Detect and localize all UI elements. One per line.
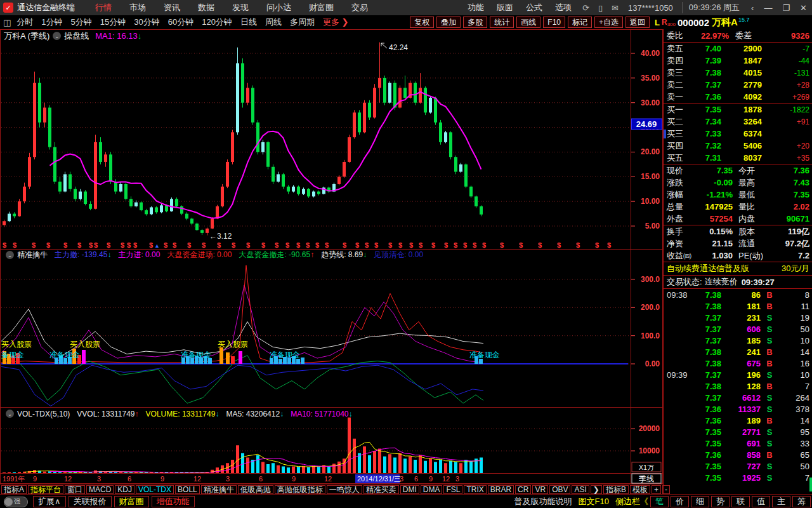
strength-toggle[interactable]: 强 xyxy=(4,497,28,507)
tab-ASI[interactable]: ASI xyxy=(572,485,589,494)
bid-row[interactable]: 买四7.325406+20 xyxy=(664,140,812,152)
ask-row[interactable]: 卖一7.364092+269 xyxy=(664,91,812,103)
menu-item-市场[interactable]: 市场 xyxy=(121,3,155,12)
menu-item-公式[interactable]: 公式 xyxy=(520,3,549,12)
bottom-button-关联报价[interactable]: 关联报价 xyxy=(69,496,112,507)
ask-row[interactable]: 卖二7.372779+28 xyxy=(664,79,812,91)
scrollbar-thumb[interactable] xyxy=(809,478,812,491)
menu-item-发现[interactable]: 发现 xyxy=(223,3,258,12)
dropdown-icon[interactable]: ⌄ xyxy=(6,251,14,259)
tab-指标B[interactable]: 指标B xyxy=(603,485,629,494)
tab-TRIX[interactable]: TRIX xyxy=(464,485,486,494)
mini-tab-笔[interactable]: 笔 xyxy=(650,496,669,507)
tab-指标平台[interactable]: 指标平台 xyxy=(28,485,63,494)
toolbar-button-返回[interactable]: 返回 xyxy=(625,17,650,28)
menu-item-版面[interactable]: 版面 xyxy=(490,3,520,12)
menu-item-问小达[interactable]: 问小达 xyxy=(258,3,300,12)
bottom-button-财富圈[interactable]: 财富圈 xyxy=(114,496,149,507)
bid-row[interactable]: 买二7.343264+91 xyxy=(664,116,812,128)
ask-row[interactable]: 卖五7.402900-7 xyxy=(664,43,812,55)
tab-KDJ[interactable]: KDJ xyxy=(115,485,134,494)
tab-FSL[interactable]: FSL xyxy=(443,485,462,494)
period-多周期[interactable]: 多周期 xyxy=(290,17,315,28)
tab-DMA[interactable]: DMA xyxy=(421,485,443,494)
period-30分钟[interactable]: 30分钟 xyxy=(134,17,159,28)
tab-VR[interactable]: VR xyxy=(532,485,548,494)
bottom-link-图文F10[interactable]: 图文F10 xyxy=(579,496,609,507)
mini-tab-联[interactable]: 联 xyxy=(731,496,750,507)
mini-tab-细[interactable]: 细 xyxy=(691,496,709,507)
tab-指标A[interactable]: 指标A xyxy=(1,485,27,494)
menu-item-资讯[interactable]: 资讯 xyxy=(155,3,189,12)
refresh-icon[interactable]: ⟳ xyxy=(582,3,589,13)
toolbar-button-F10[interactable]: F10 xyxy=(543,17,565,28)
toolbar-button-画线[interactable]: 画线 xyxy=(516,17,540,28)
mini-tab-值[interactable]: 值 xyxy=(752,496,770,507)
panel-layout-icon[interactable]: ◫ xyxy=(3,18,11,27)
tab-BOLL[interactable]: BOLL xyxy=(175,485,200,494)
pane2-fields: 主力撤: -139.45↓主力进: 0.00大盘资金进场: 0.00大盘资金撤走… xyxy=(48,250,423,260)
tab--[interactable]: - xyxy=(662,485,670,494)
collapse-icon[interactable]: ‹ xyxy=(751,3,754,13)
period-分时[interactable]: 分时 xyxy=(16,17,33,28)
dropdown-icon[interactable]: ⌄ xyxy=(6,410,14,418)
dropdown-icon[interactable]: ⌄ xyxy=(53,32,61,40)
tab-低吸高抛[interactable]: 低吸高抛 xyxy=(238,485,273,494)
period-120分钟[interactable]: 120分钟 xyxy=(202,17,232,28)
mini-tab-主[interactable]: 主 xyxy=(772,496,790,507)
bottom-link-侧边栏《[interactable]: 侧边栏《 xyxy=(615,496,648,507)
mini-tab-价[interactable]: 价 xyxy=(671,496,689,507)
tab-❯[interactable]: ❯ xyxy=(591,485,602,494)
toolbar-button-多股[interactable]: 多股 xyxy=(463,17,487,28)
toolbar-button-+自选[interactable]: +自选 xyxy=(594,17,623,28)
period-日线[interactable]: 日线 xyxy=(240,17,257,28)
menu-item-财富圈[interactable]: 财富圈 xyxy=(300,3,343,12)
bid-row[interactable]: 买五7.318037+35 xyxy=(664,152,812,164)
bottom-button-扩展∧[interactable]: 扩展∧ xyxy=(33,496,66,507)
ask-row[interactable]: 卖三7.384015-131 xyxy=(664,67,812,79)
mini-tab-势[interactable]: 势 xyxy=(711,496,730,507)
toolbar-button-复权[interactable]: 复权 xyxy=(410,17,434,28)
tab-OBV[interactable]: OBV xyxy=(549,485,570,494)
bid-row[interactable]: 买一7.351878-1822 xyxy=(664,104,812,116)
tab-高抛低吸指标[interactable]: 高抛低吸指标 xyxy=(275,485,325,494)
subscription-banner[interactable]: 自动续费通达信普及版 30元/月 xyxy=(664,262,812,276)
bottom-link-普及版功能说明[interactable]: 普及版功能说明 xyxy=(514,496,572,507)
restore-icon[interactable]: ❐ xyxy=(782,3,790,13)
tab-一鸣惊人[interactable]: 一鸣惊人 xyxy=(327,485,362,494)
period-15分钟[interactable]: 15分钟 xyxy=(100,17,126,28)
bid-row[interactable]: 买三7.336374 xyxy=(664,128,812,140)
tick-list[interactable]: 09:387.3886B87.38181B117.37231S197.37606… xyxy=(664,289,812,483)
tab-精准擒牛[interactable]: 精准擒牛 xyxy=(201,485,237,494)
more-periods-button[interactable]: 更多 ❯ xyxy=(323,17,349,28)
tab-MACD[interactable]: MACD xyxy=(86,485,114,494)
tab-DMI[interactable]: DMI xyxy=(400,485,419,494)
tab-模板[interactable]: 模板 xyxy=(630,485,650,494)
menu-item-选项[interactable]: 选项 xyxy=(549,3,578,12)
mobile-icon[interactable]: ▯ xyxy=(598,3,603,13)
menu-item-数据[interactable]: 数据 xyxy=(189,3,223,12)
period-周线[interactable]: 周线 xyxy=(265,17,282,28)
mini-tab-筹[interactable]: 筹 xyxy=(792,496,811,507)
menu-item-行情[interactable]: 行情 xyxy=(86,3,121,12)
period-1分钟[interactable]: 1分钟 xyxy=(41,17,62,28)
minimize-icon[interactable]: — xyxy=(764,3,772,13)
tab-+[interactable]: + xyxy=(652,485,661,494)
toolbar-button-叠加[interactable]: 叠加 xyxy=(436,17,461,28)
toolbar-button-标记[interactable]: 标记 xyxy=(568,17,592,28)
period-60分钟[interactable]: 60分钟 xyxy=(168,17,193,28)
period-5分钟[interactable]: 5分钟 xyxy=(71,17,92,28)
menu-item-交易[interactable]: 交易 xyxy=(343,3,377,12)
mail-icon[interactable]: ✉ xyxy=(612,3,619,13)
toolbar-button-统计[interactable]: 统计 xyxy=(490,17,514,28)
tab-窗口[interactable]: 窗口 xyxy=(65,485,85,494)
menu-item-功能[interactable]: 功能 xyxy=(461,3,490,12)
tab-VOL-TDX[interactable]: VOL-TDX xyxy=(136,485,174,494)
tab-CR[interactable]: CR xyxy=(515,485,531,494)
close-icon[interactable]: ✕ xyxy=(800,3,807,13)
bottom-button-增值功能[interactable]: 增值功能 xyxy=(152,496,195,507)
tab-BRAR[interactable]: BRAR xyxy=(488,485,514,494)
tick-volume: 128 xyxy=(721,382,761,391)
tab-精准买卖[interactable]: 精准买卖 xyxy=(363,485,399,494)
ask-row[interactable]: 卖四7.391847-44 xyxy=(664,55,812,67)
